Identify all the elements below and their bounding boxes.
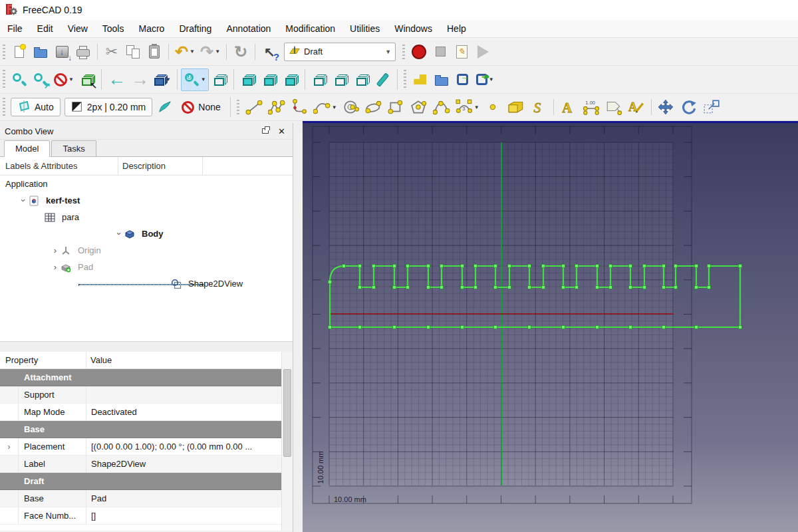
tree-item-application[interactable]: Application (0, 176, 293, 192)
clipping-plane-icon[interactable]: ▼ (51, 68, 76, 91)
toolbar-drag-handle[interactable] (402, 45, 405, 59)
view-left-icon[interactable] (351, 68, 372, 91)
property-value[interactable]: [(0.00 0.00 1.00); 0.00 °; (0.00 mm 0.00… (86, 438, 293, 455)
working-plane-button[interactable]: Auto (11, 98, 61, 116)
property-group-attachment[interactable]: Attachment (0, 369, 293, 386)
tree-item-pad[interactable]: ›Pad (0, 259, 293, 275)
draft-text-icon[interactable]: A (557, 96, 580, 118)
redo-icon[interactable]: ↷▼ (198, 41, 223, 63)
draft-point-icon[interactable] (482, 96, 505, 118)
expander-closed-icon[interactable]: › (51, 262, 60, 272)
group-icon[interactable] (431, 68, 452, 91)
view-right-icon[interactable] (280, 68, 301, 91)
copy-icon[interactable] (122, 41, 144, 63)
property-value[interactable]: [] (86, 507, 293, 524)
tree-item-para[interactable]: para (0, 209, 293, 225)
link-make-icon[interactable]: → (452, 68, 473, 91)
dropdown-caret-icon[interactable]: ▼ (190, 49, 195, 55)
3d-viewport[interactable]: 10.00 mm10.00 mm (303, 121, 798, 532)
property-value[interactable]: Pad (86, 490, 293, 507)
tree-header-labels[interactable]: Labels & Attributes (0, 157, 118, 175)
draft-label-icon[interactable] (602, 96, 625, 118)
menu-macro[interactable]: Macro (131, 20, 172, 37)
view-top-icon[interactable] (259, 68, 280, 91)
macro-play-icon[interactable] (472, 41, 493, 63)
tree-item-body[interactable]: ›Body (0, 225, 293, 242)
draft-bspline-icon[interactable] (430, 96, 453, 118)
draft-polyline-icon[interactable] (265, 96, 288, 118)
draft-annotation-styles-icon[interactable]: A (625, 96, 648, 118)
dropdown-caret-icon[interactable]: ▼ (332, 104, 337, 110)
draft-fillet-icon[interactable] (288, 96, 311, 118)
draft-line-icon[interactable] (243, 96, 265, 118)
expander-closed-icon[interactable]: › (0, 438, 19, 455)
draft-move-icon[interactable] (655, 96, 678, 118)
draft-circle-icon[interactable] (340, 96, 362, 118)
print-icon[interactable] (72, 41, 94, 63)
property-group-draft[interactable]: Draft (0, 473, 293, 490)
expander-closed-icon[interactable]: › (51, 245, 60, 255)
dropdown-caret-icon[interactable]: ▼ (215, 49, 220, 55)
panel-splitter-vertical[interactable] (293, 123, 303, 532)
draft-rectangle-icon[interactable] (385, 96, 408, 118)
property-group-base[interactable]: Base (0, 421, 293, 438)
expander-open-icon[interactable]: › (19, 196, 29, 205)
menu-drafting[interactable]: Drafting (172, 20, 219, 37)
property-scrollbar[interactable] (281, 352, 293, 531)
part-simple-copy-icon[interactable] (410, 68, 431, 91)
refresh-icon[interactable]: ↻ (230, 41, 251, 63)
fit-selection-icon[interactable]: ↗ (30, 68, 51, 91)
property-value[interactable]: Shape2DView (86, 456, 293, 472)
draw-style-icon[interactable]: ↻▼ (181, 68, 209, 91)
fit-all-icon[interactable] (9, 68, 30, 91)
menu-utilities[interactable]: Utilities (342, 20, 387, 37)
tab-tasks[interactable]: Tasks (51, 140, 96, 156)
macro-stop-icon[interactable] (430, 41, 451, 63)
dropdown-caret-icon[interactable]: ▼ (474, 104, 479, 110)
view-rear-icon[interactable] (309, 68, 330, 91)
draft-arc-icon[interactable]: ▼ (311, 96, 340, 118)
dropdown-caret-icon[interactable]: ▼ (489, 76, 494, 82)
open-file-icon[interactable] (30, 41, 51, 63)
dropdown-caret-icon[interactable]: ▼ (68, 76, 74, 82)
view-bottom-icon[interactable] (330, 68, 351, 91)
toolbar-drag-handle[interactable] (3, 98, 5, 116)
select-element-icon[interactable]: ↖ (76, 68, 98, 91)
panel-splitter-horizontal[interactable] (0, 342, 293, 352)
paste-icon[interactable] (144, 41, 165, 63)
tree-item-kerf-test[interactable]: ›kerf-test (0, 192, 293, 209)
link-group-icon[interactable]: ↠▼ (473, 68, 497, 91)
toolbar-drag-handle[interactable] (3, 70, 5, 89)
draft-polygon-icon[interactable] (408, 96, 430, 118)
macro-record-icon[interactable] (408, 41, 430, 63)
menu-edit[interactable]: Edit (30, 20, 61, 37)
menu-file[interactable]: File (0, 20, 30, 37)
draft-bezier-icon[interactable]: 3▼ (453, 96, 482, 118)
draft-snap-icon[interactable] (154, 96, 176, 118)
macro-edit-icon[interactable]: ✎ (451, 41, 472, 63)
float-panel-icon[interactable] (262, 128, 269, 134)
menu-windows[interactable]: Windows (387, 20, 440, 37)
tree-header-description[interactable]: Description (118, 157, 203, 175)
toolbar-drag-handle[interactable] (404, 70, 406, 89)
draft-scale-icon[interactable] (700, 96, 723, 118)
property-value[interactable]: Deactivated (86, 404, 293, 420)
draft-rotate-icon[interactable] (678, 96, 700, 118)
cut-icon[interactable]: ✂ (101, 41, 122, 63)
menu-help[interactable]: Help (440, 20, 473, 37)
draft-dimension-icon[interactable]: 1.00 (580, 96, 602, 118)
view-front-icon[interactable] (237, 68, 259, 91)
menu-view[interactable]: View (61, 20, 95, 37)
tree-item-origin[interactable]: ›Origin (0, 242, 293, 259)
autogroup-button[interactable]: None (176, 98, 226, 116)
view-axonometric-icon[interactable] (209, 68, 230, 91)
undo-icon[interactable]: ↶▼ (172, 41, 198, 63)
draft-shapestring-icon[interactable]: S (527, 96, 550, 118)
close-panel-icon[interactable]: ✕ (278, 126, 285, 136)
tree-item-shape2dview[interactable]: Shape2DView (0, 275, 293, 292)
menu-tools[interactable]: Tools (95, 20, 132, 37)
dropdown-caret-icon[interactable]: ▼ (201, 76, 206, 82)
menu-annotation[interactable]: Annotation (219, 20, 278, 37)
nav-forward-icon[interactable]: → (128, 68, 152, 91)
scrollbar-thumb[interactable] (283, 369, 291, 457)
